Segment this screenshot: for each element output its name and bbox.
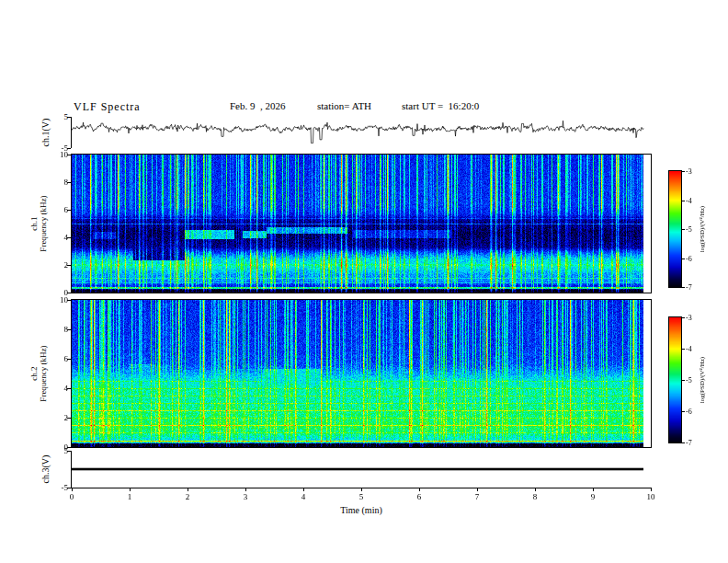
- y-tick-mark: [67, 237, 71, 238]
- y-tick-mark: [67, 329, 71, 330]
- x-tick-label: 9: [583, 492, 603, 501]
- y-tick-label: 4: [44, 233, 68, 242]
- x-tick-label: 2: [177, 492, 198, 501]
- x-tick-label: 8: [525, 492, 545, 501]
- time-axis-line: [71, 488, 652, 488]
- x-tick-label: 1: [119, 492, 140, 501]
- colorbar-tick-label: -7: [686, 283, 702, 292]
- x-tick-label: 6: [409, 492, 429, 501]
- x-tick-label: 7: [467, 492, 487, 501]
- colorbar-tick-label: -5: [686, 225, 702, 234]
- vlf-spectra-figure: VLF Spectra Feb. 9 , 2026 station= ATH s…: [0, 0, 728, 563]
- colorbar-tick-mark: [682, 171, 685, 172]
- y-tick-mark: [67, 265, 71, 266]
- colorbar-tick-label: -7: [686, 439, 702, 447]
- x-tick-label: 10: [641, 492, 661, 501]
- colorbar-tick-mark: [682, 287, 685, 288]
- y-tick-label: 8: [44, 325, 68, 334]
- x-tick-label: 3: [235, 492, 256, 501]
- colorbar-tick-mark: [682, 259, 685, 259]
- y-tick-label: 10: [44, 150, 68, 159]
- y-tick-label: 5: [44, 446, 68, 455]
- x-tick-label: 0: [62, 492, 82, 501]
- colorbar-tick-mark: [682, 442, 685, 443]
- y-tick-label: 5: [44, 112, 68, 121]
- colorbar-tick-mark: [682, 349, 685, 350]
- colorbar-tick-mark: [682, 380, 685, 381]
- x-tick-label: 4: [293, 492, 313, 501]
- ch2-spectrogram-canvas: [72, 300, 651, 447]
- y-tick-label: 2: [44, 260, 68, 270]
- time-axis-label: Time (min): [315, 505, 407, 515]
- figure-title: VLF Spectra: [74, 100, 141, 114]
- colorbar-tick-mark: [682, 201, 685, 201]
- y-tick-mark: [67, 418, 71, 419]
- y-tick-mark: [67, 300, 71, 301]
- ch1-spectrogram-canvas: [72, 155, 651, 293]
- ch3-left-spine: [71, 451, 72, 488]
- colorbar-tick-mark: [682, 411, 685, 412]
- y-tick-label: 2: [44, 413, 68, 422]
- ch2-frequency-axis-label-line1: ch.2: [29, 282, 39, 465]
- colorbar1-canvas: [669, 171, 681, 287]
- y-tick-mark: [67, 293, 71, 293]
- ch1-waveform-canvas: [72, 117, 651, 148]
- station-label: station= ATH: [317, 100, 371, 111]
- y-tick-mark: [67, 210, 71, 211]
- colorbar-tick-label: -6: [686, 408, 702, 416]
- y-tick-mark: [67, 182, 71, 183]
- colorbar-tick-label: -5: [686, 376, 702, 385]
- y-tick-label: 8: [44, 178, 68, 187]
- y-tick-label: -5: [44, 483, 68, 492]
- ch1-waveform-left-spine: [71, 117, 72, 148]
- y-tick-label: 6: [44, 205, 68, 214]
- y-tick-mark: [67, 388, 71, 389]
- start-ut-label: start UT = 16:20:0: [402, 100, 479, 111]
- y-tick-mark: [67, 148, 71, 149]
- colorbar-tick-mark: [682, 229, 685, 230]
- x-tick-label: 5: [351, 492, 371, 501]
- y-tick-mark: [67, 359, 71, 360]
- y-tick-label: 10: [44, 295, 68, 304]
- colorbar-tick-label: -3: [686, 314, 702, 322]
- colorbar2-canvas: [669, 317, 681, 442]
- colorbar-tick-label: -6: [686, 255, 702, 263]
- colorbar-tick-label: -4: [686, 197, 702, 205]
- colorbar-tick-label: -4: [686, 345, 702, 353]
- date-label: Feb. 9 , 2026: [230, 100, 286, 111]
- y-tick-mark: [67, 155, 71, 155]
- colorbar-tick-label: -3: [686, 167, 702, 176]
- colorbar-tick-mark: [682, 317, 685, 318]
- ch3-voltage-axis-label: ch.3(V): [40, 377, 51, 561]
- y-tick-label: 4: [44, 384, 68, 393]
- y-tick-label: 6: [44, 354, 68, 363]
- ch3-waveform-canvas: [72, 451, 651, 488]
